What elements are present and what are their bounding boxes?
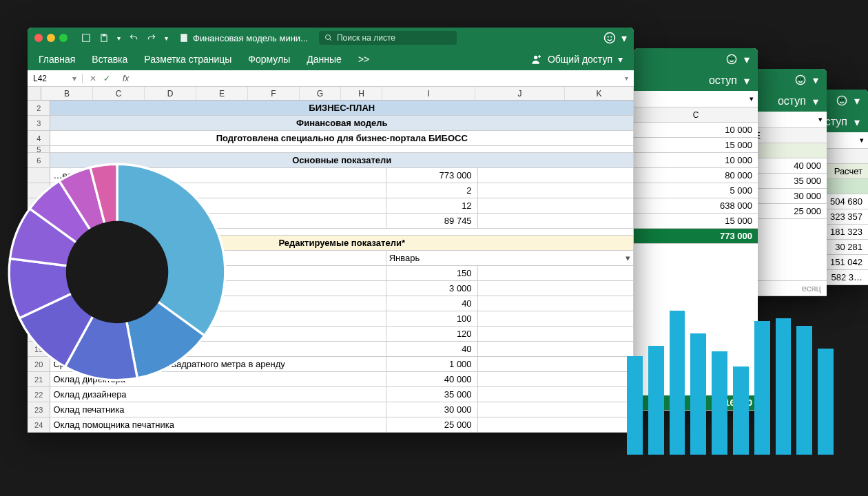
row-header[interactable]: 23 xyxy=(28,402,50,417)
metric-value: 773 000 xyxy=(386,168,478,183)
titlebar-right: ▾ xyxy=(603,32,627,45)
titlebar: ▾ ▾ Финансовая модель мини... Поиск на л… xyxy=(28,28,634,48)
cancel-icon[interactable]: ✕ xyxy=(90,74,96,83)
col-header-C[interactable]: C xyxy=(634,107,758,123)
row-header[interactable]: 5 xyxy=(28,146,50,152)
svg-point-6 xyxy=(727,54,736,63)
svg-point-3 xyxy=(796,75,805,84)
cell xyxy=(478,198,634,213)
stack2-val: 80 000 xyxy=(634,168,758,183)
confirm-icon[interactable]: ✓ xyxy=(103,74,110,83)
table-row: 23Оклад печатника30 000 xyxy=(28,402,634,417)
tab-page-layout[interactable]: Разметка страницы xyxy=(144,54,231,65)
tab-home[interactable]: Главная xyxy=(39,54,75,65)
share-partial[interactable]: оступ xyxy=(709,74,737,87)
donut-chart xyxy=(3,158,231,386)
cell xyxy=(478,327,634,341)
metric-value: 3 000 xyxy=(386,281,478,296)
col-header-J[interactable]: J xyxy=(475,87,565,100)
tab-data[interactable]: Данные xyxy=(307,54,342,65)
col-header-H[interactable]: H xyxy=(341,87,382,100)
metric-label: Оклад помощника печатника xyxy=(50,417,386,432)
tab-formulas[interactable]: Формулы xyxy=(248,54,290,65)
search-icon xyxy=(324,34,333,42)
stack2-val: 15 000 xyxy=(634,138,758,153)
maximize-button[interactable] xyxy=(59,34,68,42)
col-header-K[interactable]: K xyxy=(565,87,634,100)
minimize-button[interactable] xyxy=(47,34,55,42)
col-header-B[interactable]: B xyxy=(41,87,93,100)
svg-point-4 xyxy=(798,79,800,80)
row-header[interactable]: 3 xyxy=(28,116,50,130)
search-box[interactable]: Поиск на листе xyxy=(319,31,457,45)
bar xyxy=(754,321,770,455)
metric-label: Оклад дизайнера xyxy=(50,387,386,402)
column-headers: BCDEFGHIJK xyxy=(28,87,634,101)
cell xyxy=(478,357,634,371)
cell xyxy=(478,281,634,296)
col-header-C[interactable]: C xyxy=(93,87,145,100)
col-header-E[interactable]: E xyxy=(196,87,248,100)
stack2-total: 773 000 xyxy=(634,229,758,244)
col-header-G[interactable]: G xyxy=(300,87,341,100)
name-box[interactable]: L42 ▾ xyxy=(28,74,83,83)
row-header[interactable]: 22 xyxy=(28,387,50,402)
redo-icon[interactable] xyxy=(147,33,156,43)
col-header-F[interactable]: F xyxy=(248,87,300,100)
svg-point-13 xyxy=(608,36,609,37)
chevron-down-icon[interactable]: ▾ xyxy=(165,34,168,42)
share-partial[interactable]: оступ xyxy=(778,95,806,107)
bar xyxy=(627,356,643,455)
search-placeholder: Поиск на листе xyxy=(337,33,395,43)
save-icon[interactable] xyxy=(99,33,109,43)
svg-point-16 xyxy=(66,221,169,324)
row-header[interactable]: 4 xyxy=(28,131,50,145)
row-header[interactable]: 24 xyxy=(28,417,50,432)
fx-icon[interactable]: fx xyxy=(117,74,134,83)
chevron-down-icon[interactable]: ▾ xyxy=(621,32,627,45)
chevron-down-icon[interactable]: ▾ xyxy=(854,116,860,129)
stack2-val: 10 000 xyxy=(634,123,758,138)
chevron-down-icon[interactable]: ▾ xyxy=(813,95,818,108)
chevron-down-icon: ▾ xyxy=(618,54,623,65)
bar xyxy=(690,333,706,455)
share-button[interactable]: Общий доступ ▾ xyxy=(531,54,623,65)
chevron-down-icon[interactable]: ▾ xyxy=(813,74,818,87)
metric-label: Оклад печатника xyxy=(50,402,386,417)
chevron-down-icon[interactable]: ▾ xyxy=(854,94,860,107)
close-button[interactable] xyxy=(34,34,43,42)
bar xyxy=(648,346,664,455)
table-row: 4Подготовлена специально для бизнес-порт… xyxy=(28,131,634,146)
metric-value: 40 xyxy=(386,296,478,311)
bar xyxy=(776,318,792,455)
tab-insert[interactable]: Вставка xyxy=(92,54,127,65)
home-icon[interactable] xyxy=(81,33,91,43)
cell xyxy=(478,311,634,326)
metric-value: 40 000 xyxy=(386,372,478,386)
cell xyxy=(478,372,634,386)
svg-point-14 xyxy=(610,36,612,37)
bar xyxy=(818,349,834,455)
smiley-icon[interactable] xyxy=(603,32,616,44)
ribbon: Главная Вставка Разметка страницы Формул… xyxy=(28,48,634,70)
select-all[interactable] xyxy=(28,87,41,100)
metric-value: 100 xyxy=(386,311,478,326)
col-header-I[interactable]: I xyxy=(382,87,475,100)
tab-more[interactable]: >> xyxy=(358,54,369,65)
title-business-plan: БИЗНЕС-ПЛАН xyxy=(50,101,634,115)
metric-value: 35 000 xyxy=(386,387,478,402)
dropdown-icon[interactable]: ▾ xyxy=(619,74,634,82)
row-header[interactable]: 2 xyxy=(28,101,50,115)
chevron-down-icon[interactable]: ▾ xyxy=(117,34,121,42)
chevron-down-icon[interactable]: ▾ xyxy=(744,74,750,87)
bar xyxy=(733,366,749,455)
title-fin-model: Финансовая модель xyxy=(50,116,634,130)
undo-icon[interactable] xyxy=(129,33,138,43)
col-header-D[interactable]: D xyxy=(145,87,196,100)
table-row: 5 xyxy=(28,146,634,153)
month-dropdown[interactable]: Январь ▾ xyxy=(386,251,634,265)
chevron-down-icon[interactable]: ▾ xyxy=(744,53,750,66)
metric-value: 30 000 xyxy=(386,402,478,417)
person-plus-icon xyxy=(531,54,542,65)
cell xyxy=(478,402,634,417)
